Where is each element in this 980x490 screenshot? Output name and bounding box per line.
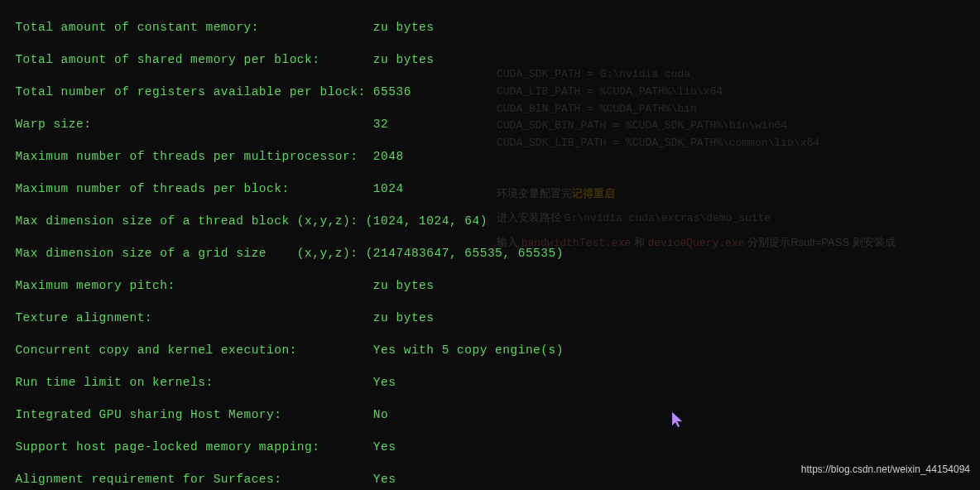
terminal-output-line: Support host page-locked memory mapping:… (0, 440, 980, 456)
terminal-window[interactable]: Total amount of constant memory: zu byte… (0, 0, 980, 490)
terminal-output-line: Maximum number of threads per block: 102… (0, 181, 980, 198)
terminal-output-line: Texture alignment: zu bytes (0, 310, 980, 327)
terminal-output-line: Warp size: 32 (0, 117, 980, 133)
terminal-output-line: Total amount of shared memory per block:… (0, 52, 980, 69)
terminal-output-line: Max dimension size of a thread block (x,… (0, 214, 980, 230)
terminal-output-line: Run time limit on kernels: Yes (0, 375, 980, 392)
terminal-output-line: Maximum number of threads per multiproce… (0, 149, 980, 166)
terminal-output-line: Total amount of constant memory: zu byte… (0, 20, 980, 36)
watermark-text: https://blog.csdn.net/weixin_44154094 (801, 464, 970, 475)
terminal-output-line: Total number of registers available per … (0, 84, 980, 101)
terminal-output-line: Integrated GPU sharing Host Memory: No (0, 407, 980, 424)
terminal-output-line: Maximum memory pitch: zu bytes (0, 278, 980, 295)
terminal-output-line: Max dimension size of a grid size (x,y,z… (0, 246, 980, 262)
terminal-output-line: Concurrent copy and kernel execution: Ye… (0, 343, 980, 359)
